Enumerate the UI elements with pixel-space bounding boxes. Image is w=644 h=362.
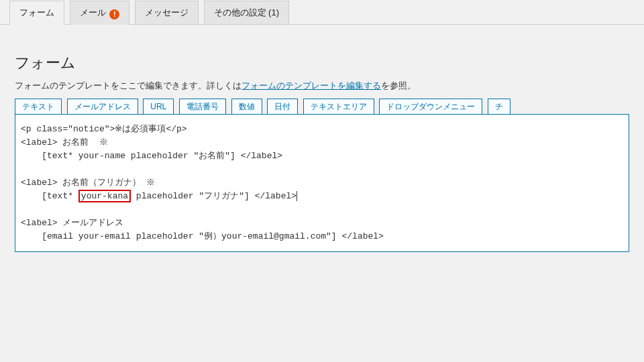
- tag-dropdown-button[interactable]: ドロップダウンメニュー: [379, 99, 482, 115]
- tag-more-button[interactable]: チ: [488, 99, 511, 115]
- tag-date-button[interactable]: 日付: [267, 99, 298, 115]
- tab-form[interactable]: フォーム: [9, 1, 64, 25]
- tab-mail[interactable]: メール !: [70, 1, 130, 25]
- code-line: [text* your-name placeholder "お名前"] </la…: [21, 151, 282, 161]
- tab-label: フォーム: [19, 7, 54, 17]
- tag-url-button[interactable]: URL: [143, 99, 174, 115]
- tab-messages[interactable]: メッセージ: [135, 1, 199, 24]
- tab-other[interactable]: その他の設定 (1): [204, 1, 290, 24]
- tab-label: メッセージ: [145, 7, 189, 17]
- tag-text-button[interactable]: テキスト: [15, 99, 62, 115]
- form-template-editor[interactable]: <p class="notice">※は必須事項</p> <label> お名前…: [15, 114, 629, 252]
- text-cursor: [297, 191, 297, 201]
- tab-label: その他の設定 (1): [214, 7, 280, 17]
- panel-title: フォーム: [15, 53, 629, 73]
- highlight-your-kana: your-kana: [78, 190, 131, 202]
- panel-desc: フォームのテンプレートをここで編集できます。詳しくはフォームのテンプレートを編集…: [15, 80, 629, 92]
- desc-link[interactable]: フォームのテンプレートを編集する: [241, 80, 381, 90]
- code-line: <label> お名前（フリガナ） ※: [21, 178, 155, 188]
- desc-text-prefix: フォームのテンプレートをここで編集できます。詳しくは: [15, 80, 241, 90]
- panel-form: フォーム フォームのテンプレートをここで編集できます。詳しくはフォームのテンプレ…: [0, 25, 644, 264]
- code-line-pre: [text*: [21, 191, 78, 201]
- code-line: <p class="notice">※は必須事項</p>: [21, 124, 187, 134]
- code-line: [email your-email placeholder "例）your-em…: [21, 231, 384, 241]
- code-line: <label> お名前 ※: [21, 137, 108, 147]
- tag-tel-button[interactable]: 電話番号: [179, 99, 226, 115]
- tab-label: メール: [80, 7, 106, 17]
- tabs-bar: フォーム メール ! メッセージ その他の設定 (1): [0, 0, 644, 25]
- tag-email-button[interactable]: メールアドレス: [67, 99, 138, 115]
- code-line: <label> メールアドレス: [21, 218, 123, 228]
- tag-textarea-button[interactable]: テキストエリア: [303, 99, 374, 115]
- tag-number-button[interactable]: 数値: [231, 99, 262, 115]
- tag-generator-bar: テキスト メールアドレス URL 電話番号 数値 日付 テキストエリア ドロップ…: [15, 99, 629, 115]
- warning-icon: !: [109, 9, 119, 19]
- code-line-post: placeholder "フリガナ"] </label>: [131, 191, 297, 201]
- desc-text-suffix: を参照。: [381, 80, 416, 90]
